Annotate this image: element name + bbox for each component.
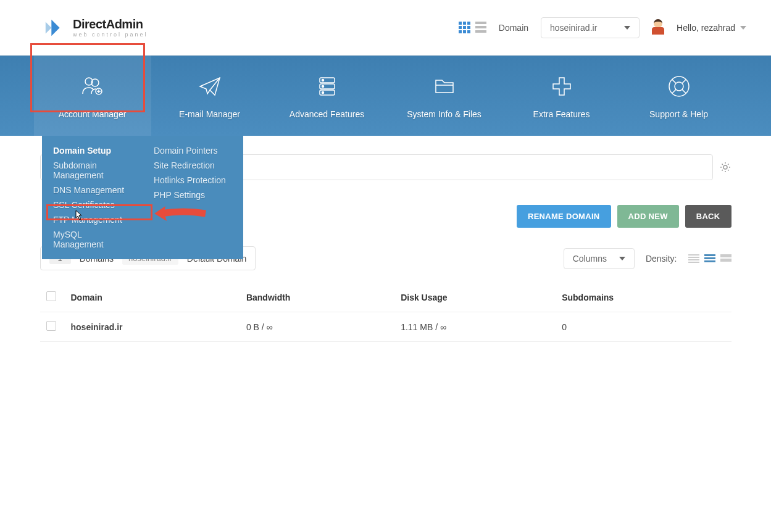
dropdown-item-ssl[interactable]: SSL Certificates: [53, 197, 131, 212]
column-header-bandwidth[interactable]: Bandwidth: [240, 283, 394, 312]
logo-title: DirectAdmin: [73, 17, 148, 31]
nav-label: Extra Features: [533, 109, 590, 119]
top-bar: DirectAdmin web control panel Domain hos…: [0, 0, 771, 56]
view-toggle-group: [459, 22, 486, 33]
nav-label: Support & Help: [649, 109, 708, 119]
svg-point-10: [675, 82, 683, 91]
chevron-down-icon: [740, 26, 746, 30]
logo-subtitle: web control panel: [73, 31, 148, 38]
svg-point-11: [723, 165, 727, 169]
nav-extra-features[interactable]: Extra Features: [503, 56, 620, 136]
dropdown-item-dns[interactable]: DNS Management: [53, 183, 131, 197]
plus-icon: [548, 73, 575, 100]
cell-subdomains: 0: [556, 312, 731, 342]
select-all-checkbox[interactable]: [46, 291, 56, 301]
annotation-arrow: [153, 202, 209, 227]
logo-icon: [43, 16, 67, 39]
columns-label: Columns: [573, 254, 607, 264]
avatar[interactable]: [652, 19, 664, 36]
nav-label: Advanced Features: [290, 109, 364, 119]
columns-select[interactable]: Columns: [564, 248, 635, 269]
svg-point-8: [322, 91, 323, 93]
row-checkbox[interactable]: [46, 321, 56, 331]
domain-select[interactable]: hoseinirad.ir: [541, 17, 640, 38]
dropdown-item-subdomain[interactable]: Subdomain Management: [53, 158, 131, 183]
nav-system-info[interactable]: System Info & Files: [386, 56, 503, 136]
back-button[interactable]: BACK: [685, 205, 731, 228]
chevron-down-icon: [619, 257, 625, 260]
dropdown-item-php[interactable]: PHP Settings: [154, 188, 232, 202]
cell-bandwidth: 0 B / ∞: [240, 312, 394, 342]
dropdown-item-mysql[interactable]: MySQL Management: [53, 227, 131, 252]
chevron-down-icon: [624, 26, 630, 30]
column-header-domain[interactable]: Domain: [65, 283, 240, 312]
domain-select-value: hoseinirad.ir: [550, 23, 597, 33]
nav-label: E-mail Manager: [179, 109, 240, 119]
grid-view-icon[interactable]: [459, 22, 470, 33]
nav-support-help[interactable]: Support & Help: [620, 56, 738, 136]
users-icon: [79, 73, 106, 100]
nav-label: System Info & Files: [407, 109, 481, 119]
server-icon: [314, 73, 341, 100]
dropdown-item-domain-setup[interactable]: Domain Setup: [53, 143, 131, 158]
nav-account-manager[interactable]: Account Manager: [34, 56, 151, 136]
cell-domain: hoseinirad.ir: [71, 322, 123, 332]
nav-email-manager[interactable]: E-mail Manager: [151, 56, 269, 136]
logo[interactable]: DirectAdmin web control panel: [43, 16, 148, 39]
settings-button[interactable]: [719, 161, 731, 173]
gear-icon: [720, 162, 731, 173]
domain-label: Domain: [499, 23, 528, 33]
dropdown-item-ftp[interactable]: FTP Management: [53, 212, 131, 227]
lifebuoy-icon: [665, 73, 693, 100]
main-nav: Account Manager E-mail Manager Advanced …: [0, 56, 771, 136]
paper-plane-icon: [196, 73, 223, 100]
cell-disk: 1.11 MB / ∞: [394, 312, 556, 342]
column-header-disk[interactable]: Disk Usage: [394, 283, 556, 312]
density-normal-icon[interactable]: [704, 254, 715, 263]
add-new-button[interactable]: ADD NEW: [617, 205, 679, 228]
column-header-subdomains[interactable]: Subdomains: [556, 283, 731, 312]
dropdown-item-redirection[interactable]: Site Redirection: [154, 158, 232, 173]
svg-point-9: [669, 77, 689, 96]
account-manager-dropdown: Domain Setup Subdomain Management DNS Ma…: [42, 136, 243, 259]
cursor-icon: [73, 210, 83, 223]
dropdown-item-pointers[interactable]: Domain Pointers: [154, 143, 232, 158]
svg-point-6: [322, 79, 323, 81]
rename-domain-button[interactable]: RENAME DOMAIN: [517, 205, 611, 228]
user-greeting[interactable]: Hello, rezahrad: [677, 23, 746, 33]
nav-label: Account Manager: [59, 109, 127, 119]
density-loose-icon[interactable]: [720, 254, 731, 263]
nav-advanced-features[interactable]: Advanced Features: [269, 56, 386, 136]
dropdown-item-hotlinks[interactable]: Hotlinks Protection: [154, 173, 232, 188]
density-compact-icon[interactable]: [688, 254, 699, 263]
list-view-icon[interactable]: [475, 22, 486, 33]
folder-icon: [431, 73, 458, 100]
table-row[interactable]: hoseinirad.ir 0 B / ∞ 1.11 MB / ∞ 0: [40, 312, 731, 342]
density-label: Density:: [646, 254, 677, 264]
svg-point-7: [322, 85, 323, 87]
domains-table: Domain Bandwidth Disk Usage Subdomains h…: [40, 283, 731, 342]
